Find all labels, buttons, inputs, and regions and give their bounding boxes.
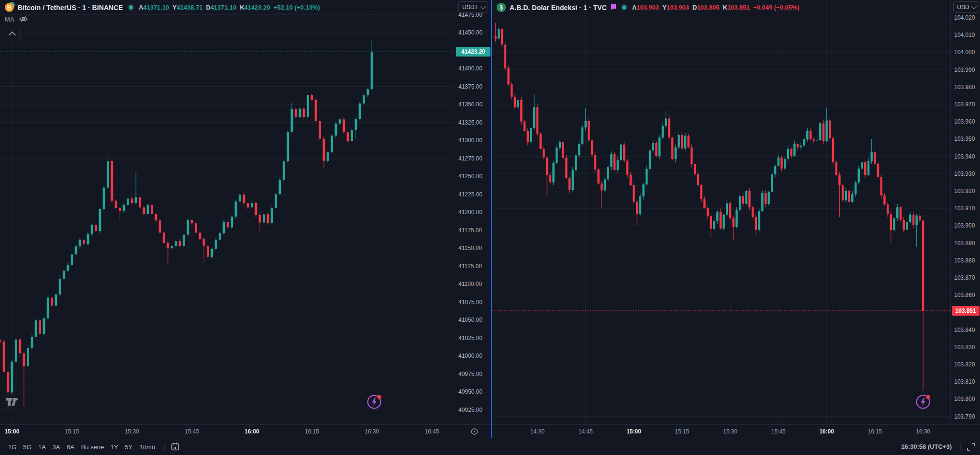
btc-candlestick-chart[interactable] [0, 0, 455, 424]
ma-indicator-label[interactable]: MA [5, 16, 14, 23]
dollar-index-icon: $ [497, 3, 506, 12]
price-tick-label: 41100.00 [458, 281, 482, 287]
flagged-symbol-icon[interactable] [611, 4, 616, 11]
price-tick-label: 103.830 [954, 344, 975, 351]
time-tick-label: 15:00 [626, 428, 641, 435]
price-tick-label: 41000.00 [458, 353, 482, 359]
btc-symbol-row[interactable]: B Bitcoin / TetherUS · 1 · BINANCE A4137… [5, 3, 320, 12]
dxy-symbol-title[interactable]: A.B.D. Dolar Endeksi · 1 · TVC [510, 4, 607, 11]
time-tick-label: 14:30 [530, 428, 545, 435]
dxy-symbol-row[interactable]: $ A.B.D. Dolar Endeksi · 1 · TVC A103.90… [497, 3, 800, 12]
chart-pane-dxy: $ A.B.D. Dolar Endeksi · 1 · TVC A103.90… [492, 0, 980, 438]
price-tick-label: 103.980 [954, 84, 975, 91]
time-tick-label: 15:30 [723, 428, 737, 435]
time-tick-label: 15:00 [5, 428, 20, 435]
price-tick-label: 41250.00 [458, 173, 482, 180]
session-clock[interactable]: 16:30:58 (UTC+3) [901, 443, 955, 450]
range-selector: 1G5G1A3A6ABu sene1Y5YTümü [0, 442, 180, 452]
price-tick-label: 41125.00 [458, 263, 482, 270]
range-button-6a[interactable]: 6A [64, 442, 78, 452]
price-tick-label: 41075.00 [458, 299, 482, 306]
indicator-legend[interactable]: MA [5, 15, 28, 23]
time-tick-label: 16:15 [305, 428, 319, 435]
toolbar-divider [960, 443, 961, 451]
fullscreen-expand-icon[interactable] [967, 443, 975, 451]
bottom-toolbar: 1G5G1A3A6ABu sene1Y5YTümü 16:30:58 (UTC+… [0, 438, 980, 455]
btc-ohlc-values: A41371.10 Y41438.71 D41371.10 K41423.20 … [139, 4, 320, 11]
collapse-legend-button[interactable] [4, 27, 21, 40]
range-button-tümü[interactable]: Tümü [136, 442, 158, 452]
candles [0, 41, 373, 409]
price-tick-label: 41450.00 [458, 29, 482, 36]
price-tick-label: 41275.00 [458, 155, 482, 162]
price-tick-label: 104.020 [954, 14, 975, 21]
price-tick-label: 103.950 [954, 136, 975, 142]
price-tick-label: 41350.00 [458, 101, 482, 108]
range-button-3a[interactable]: 3A [49, 442, 64, 452]
currency-dropdown-usdt[interactable]: USDT [458, 1, 488, 13]
time-tick-label: 15:15 [675, 428, 689, 435]
chevron-down-icon [971, 4, 977, 9]
btc-change: +52.10 (+0.13%) [274, 4, 320, 11]
price-tick-label: 41225.00 [458, 191, 482, 198]
bitcoin-icon: B [5, 3, 14, 12]
range-button-1g[interactable]: 1G [5, 442, 20, 452]
axis-settings-gear-icon[interactable] [470, 428, 479, 436]
price-tick-label: 103.860 [954, 292, 975, 298]
price-tick-label: 40925.00 [458, 407, 482, 413]
price-tick-label: 103.990 [954, 67, 975, 73]
dxy-time-axis[interactable]: 14:3014:4515:0015:1515:3015:4516:0016:15… [492, 424, 980, 438]
btc-symbol-title[interactable]: Bitcoin / TetherUS · 1 · BINANCE [18, 4, 123, 11]
go-to-date-calendar-icon[interactable] [170, 442, 180, 452]
instant-trading-bolt-icon[interactable] [366, 393, 383, 410]
toolbar-right: 16:30:58 (UTC+3) [901, 443, 980, 451]
price-tick-label: 103.810 [954, 378, 975, 385]
time-tick-label: 16:30 [365, 428, 379, 435]
dxy-last-price-badge: 103.851 [952, 306, 980, 316]
dxy-candlestick-chart[interactable] [492, 0, 950, 424]
time-tick-label: 14:45 [579, 428, 593, 435]
price-tick-label: 41175.00 [458, 227, 482, 234]
candles [494, 23, 924, 390]
dxy-change: −0.049 (−0.05%) [753, 4, 800, 11]
range-button-bu-sene[interactable]: Bu sene [78, 442, 107, 452]
price-tick-label: 103.900 [954, 222, 975, 229]
time-tick-label: 15:30 [125, 428, 139, 435]
btc-last-price-badge: 41423.20 [456, 47, 490, 57]
time-tick-label: 15:45 [185, 428, 199, 435]
price-tick-label: 41200.00 [458, 209, 482, 216]
instant-trading-bolt-icon[interactable] [914, 393, 932, 410]
time-tick-label: 16:00 [819, 428, 834, 435]
price-tick-label: 41325.00 [458, 119, 482, 126]
price-tick-label: 103.840 [954, 327, 975, 333]
dxy-price-axis[interactable]: 103.851 104.020104.010104.000103.990103.… [950, 0, 980, 421]
range-button-1y[interactable]: 1Y [107, 442, 122, 452]
price-tick-label: 103.870 [954, 274, 975, 281]
time-tick-label: 16:45 [424, 428, 439, 435]
range-button-1a[interactable]: 1A [35, 442, 49, 452]
currency-dropdown-usd[interactable]: USD [953, 1, 979, 13]
trading-workspace: B Bitcoin / TetherUS · 1 · BINANCE A4137… [0, 0, 980, 455]
time-tick-label: 16:15 [868, 428, 882, 435]
tradingview-logo[interactable] [6, 398, 21, 407]
price-tick-label: 103.800 [954, 396, 975, 402]
price-tick-label: 103.820 [954, 361, 975, 368]
range-button-5y[interactable]: 5Y [122, 442, 136, 452]
btc-price-axis[interactable]: 41423.20 41475.0041450.0041400.0041375.0… [455, 0, 491, 421]
chevron-down-icon [480, 4, 485, 9]
price-tick-label: 103.920 [954, 188, 975, 194]
market-open-dot [129, 5, 133, 10]
hide-indicator-eye-icon[interactable] [19, 15, 28, 23]
price-tick-label: 103.890 [954, 240, 975, 247]
price-tick-label: 41050.00 [458, 317, 482, 323]
range-button-5g[interactable]: 5G [20, 442, 34, 452]
toolbar-divider [164, 443, 165, 451]
btc-time-axis[interactable]: 15:0015:1515:3015:4516:0016:1516:3016:45 [0, 424, 491, 438]
price-tick-label: 103.790 [954, 413, 975, 420]
time-tick-label: 16:00 [245, 428, 259, 435]
price-tick-label: 103.910 [954, 205, 975, 212]
gridlines [0, 0, 455, 424]
price-tick-label: 41025.00 [458, 335, 482, 341]
dxy-ohlc-values: A103.903 Y103.903 D103.805 K103.851 −0.0… [632, 4, 800, 11]
price-tick-label: 41150.00 [458, 245, 482, 251]
